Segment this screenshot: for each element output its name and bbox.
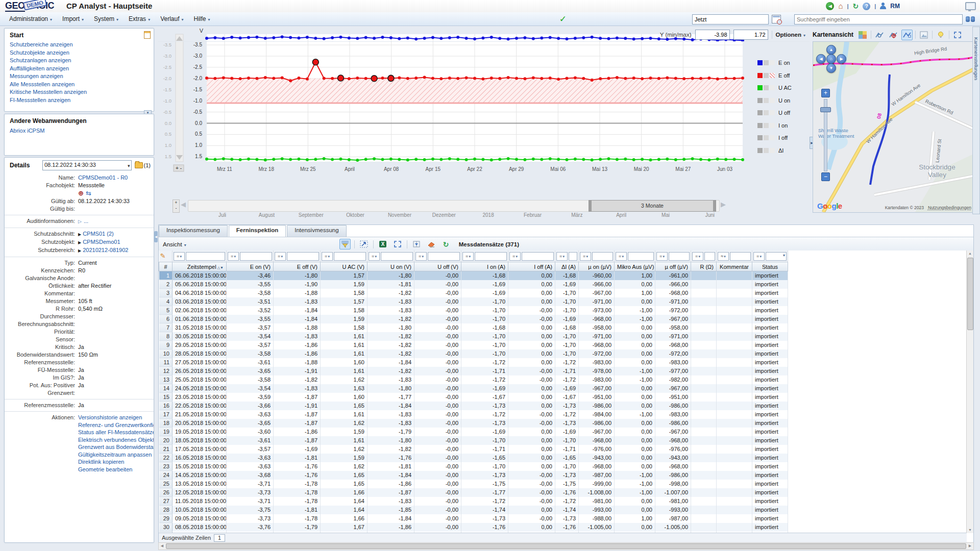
filter-value-select[interactable] [766,252,787,261]
table-cell[interactable]: -3,57 [227,445,274,454]
table-row[interactable]: 1622.05.2018 15:00:00-3,66-1,911,65-1,84… [159,402,788,410]
table-cell[interactable]: -0,00 [414,297,461,306]
table-cell[interactable]: -1,82 [368,332,414,341]
table-cell[interactable]: 1,64 [321,497,368,506]
expand-arrow-icon[interactable]: ▷ [78,219,82,224]
table-cell[interactable]: -1,80 [368,436,414,445]
column-header-i-on-a-[interactable]: I on (A) [461,262,508,271]
table-cell[interactable]: -1,83 [368,419,414,428]
table-cell[interactable]: -0,00 [508,488,555,497]
table-cell[interactable]: 02.06.2018 15:00:00 [173,306,227,315]
filter-value-input[interactable] [334,252,366,261]
table-cell[interactable]: -967,00 [579,428,615,436]
field-value-link[interactable]: CPMS01 (2) [83,231,114,237]
table-cell[interactable]: -0,00 [414,436,461,445]
table-cell[interactable]: -0,00 [414,445,461,454]
legend-item-u-ac[interactable]: U AC [757,82,808,94]
map-home-button[interactable]: ⌂ [826,54,836,64]
table-cell[interactable]: -1,00 [615,410,655,419]
polyline-target-icon[interactable] [888,30,899,40]
table-cell[interactable]: -1,83 [368,410,414,419]
table-cell[interactable]: -1,65 [461,454,508,462]
table-cell[interactable]: -3,54 [227,384,274,393]
filter-value-input[interactable] [287,252,319,261]
table-cell[interactable]: -983,00 [579,358,615,367]
table-cell[interactable]: -1,79 [368,428,414,436]
table-cell[interactable]: 1,57 [321,297,368,306]
table-cell[interactable]: -1,69 [555,384,579,393]
table-cell[interactable]: -1,74 [555,506,579,514]
table-cell[interactable]: -1,77 [461,488,508,497]
table-cell[interactable]: 24.05.2018 15:00:00 [173,384,227,393]
table-cell[interactable]: 1,00 [615,271,655,280]
table-cell[interactable] [717,402,752,410]
table-cell[interactable]: -1,71 [555,445,579,454]
table-cell[interactable] [691,384,717,393]
table-cell[interactable]: -1,69 [461,428,508,436]
table-cell[interactable]: -1,84 [274,315,321,323]
table-cell[interactable]: -1,76 [274,462,321,471]
table-cell[interactable]: importiert [752,341,788,349]
table-cell[interactable]: -3,55 [227,315,274,323]
table-cell[interactable]: -986,00 [579,402,615,410]
action-link[interactable]: Gültigkeitszeitraum anpassen [78,451,154,459]
edit-pencil-icon[interactable]: ✎ [160,252,166,260]
column-header--[interactable]: # [159,262,173,271]
menu-item-system[interactable]: System▾ [89,13,124,24]
table-cell[interactable]: -1,90 [274,280,321,289]
row-number-cell[interactable]: 22 [159,454,173,462]
table-cell[interactable]: 0,00 [508,445,555,454]
table-cell[interactable]: -1,73 [555,471,579,480]
table-cell[interactable]: 1,66 [321,488,368,497]
table-row[interactable]: 2711.05.2018 15:00:00-3,71-1,781,64-1,83… [159,497,788,506]
row-number-cell[interactable]: 14 [159,384,173,393]
table-cell[interactable]: -0,00 [508,315,555,323]
table-cell[interactable]: -1,80 [368,271,414,280]
horizontal-scrollbar[interactable]: ◀▶ [158,542,974,550]
table-cell[interactable]: 03.06.2018 15:00:00 [173,297,227,306]
table-cell[interactable]: -1,83 [274,332,321,341]
table-cell[interactable]: 1,64 [321,506,368,514]
table-cell[interactable]: importiert [752,367,788,375]
table-cell[interactable]: 20.05.2018 15:00:00 [173,419,227,428]
table-cell[interactable]: -0,00 [414,428,461,436]
table-cell[interactable] [691,297,717,306]
table-cell[interactable]: -3,71 [227,497,274,506]
table-cell[interactable]: -1,72 [555,375,579,384]
table-cell[interactable] [717,506,752,514]
table-cell[interactable]: -1,78 [274,514,321,523]
table-cell[interactable]: -958,00 [655,323,691,332]
table-cell[interactable]: 0,00 [615,280,655,289]
table-cell[interactable] [717,428,752,436]
table-cell[interactable]: -1,00 [615,315,655,323]
table-cell[interactable]: -0,00 [414,280,461,289]
note-icon[interactable] [144,31,151,39]
field-value-link[interactable]: 20210212-081902 [83,247,128,253]
table-cell[interactable]: 1,65 [321,471,368,480]
table-cell[interactable]: -976,00 [655,445,691,454]
table-cell[interactable]: -967,00 [655,384,691,393]
table-cell[interactable]: -1,00 [615,480,655,488]
table-cell[interactable]: -1.008,00 [579,488,615,497]
row-number-cell[interactable]: 15 [159,393,173,402]
table-cell[interactable]: -967,00 [579,384,615,393]
table-cell[interactable]: -3,65 [227,367,274,375]
start-link[interactable]: Kritische Messstellen anzeigen [10,88,149,96]
table-row[interactable]: 601.06.2018 15:00:00-3,55-1,841,59-1,82-… [159,315,788,323]
table-cell[interactable] [717,289,752,297]
table-cell[interactable]: -0,00 [414,419,461,428]
table-row[interactable]: 502.06.2018 15:00:00-3,52-1,841,58-1,83-… [159,306,788,315]
table-cell[interactable]: -1,83 [368,306,414,315]
table-cell[interactable]: -986,00 [655,419,691,428]
start-link[interactable]: Schutzanlagen anzeigen [10,57,149,65]
table-cell[interactable]: -1,70 [555,306,579,315]
column-header--off-v-[interactable]: µ off (µV) [655,262,691,271]
row-number-cell[interactable]: 19 [159,428,173,436]
image-export-icon[interactable] [918,30,929,40]
table-cell[interactable]: 0,00 [508,349,555,358]
column-header-e-on-v-[interactable]: E on (V) [227,262,274,271]
table-cell[interactable] [691,523,717,532]
filter-value-input[interactable] [704,252,715,261]
table-cell[interactable]: -3,60 [227,428,274,436]
table-cell[interactable]: -0,00 [508,497,555,506]
